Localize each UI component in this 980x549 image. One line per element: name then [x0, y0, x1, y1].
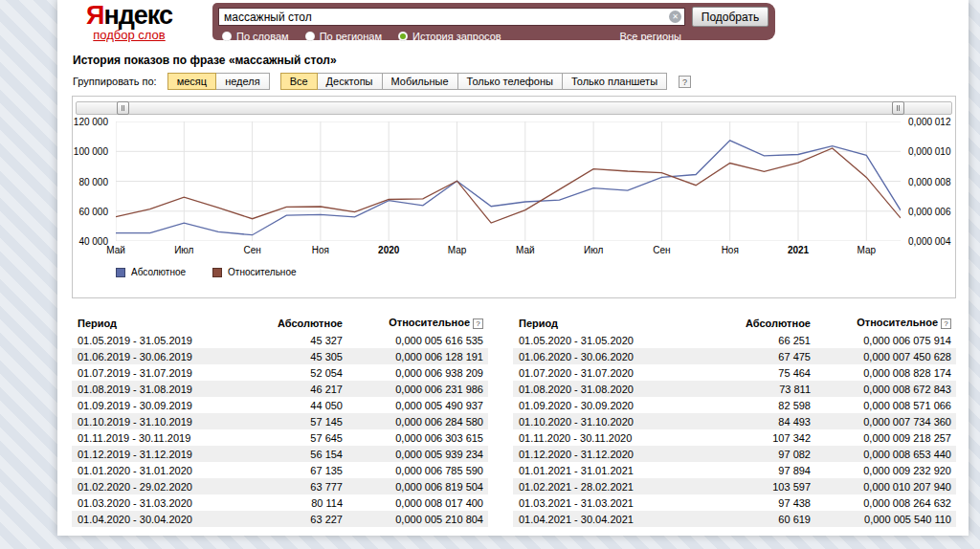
absolute-cell: 75 464 — [701, 367, 811, 379]
x-axis-tick: Сен — [243, 245, 260, 255]
period-cell: 01.10.2020 - 31.10.2020 — [513, 416, 701, 428]
x-axis-tick: 2021 — [788, 245, 809, 255]
wordstat-link[interactable]: подбор слов — [86, 28, 172, 42]
period-tab-1[interactable]: неделя — [215, 73, 270, 90]
absolute-cell: 45 305 — [233, 351, 343, 362]
mode-radio-2[interactable]: История запросов — [398, 31, 501, 42]
period-cell: 01.08.2019 - 31.08.2019 — [72, 384, 233, 395]
x-axis-tick: Ноя — [312, 245, 329, 255]
table-row: 01.08.2019 - 31.08.201946 2170,000 006 2… — [72, 381, 488, 397]
clear-icon[interactable]: ✕ — [669, 11, 681, 23]
x-axis-tick: Май — [106, 245, 125, 255]
period-cell: 01.04.2020 - 30.04.2020 — [72, 514, 233, 525]
table-row: 01.04.2020 - 30.04.202063 2270,000 005 2… — [72, 511, 488, 527]
slider-handle-right[interactable] — [892, 101, 904, 115]
table-row: 01.05.2019 - 31.05.201945 3270,000 005 6… — [72, 332, 488, 348]
x-axis-tick: Июл — [584, 245, 603, 255]
period-cell: 01.07.2019 - 31.07.2019 — [72, 367, 233, 379]
search-modes: По словамПо регионамИстория запросов — [222, 31, 501, 42]
x-axis-tick: 2020 — [378, 245, 399, 255]
mode-radio-1[interactable]: По регионам — [305, 31, 382, 42]
table-row: 01.09.2019 - 30.09.201944 0500,000 005 4… — [72, 397, 488, 413]
x-axis-tick: Ноя — [722, 245, 739, 255]
group-by-label: Группировать по: — [73, 76, 157, 87]
device-tab-0[interactable]: Все — [280, 73, 318, 90]
y-axis-tick-right: 0,000 008 — [908, 176, 951, 187]
content-panel: Яндекс подбор слов ✕ Подобрать По словам… — [57, 0, 969, 536]
all-regions-link[interactable]: Все регионы — [619, 31, 681, 42]
table-row: 01.01.2020 - 31.01.202067 1350,000 006 7… — [72, 462, 488, 478]
absolute-cell: 45 327 — [233, 335, 343, 346]
period-cell: 01.09.2019 - 30.09.2019 — [72, 400, 233, 411]
table-row: 01.09.2020 - 30.09.202082 5980,000 008 5… — [513, 397, 956, 413]
slider-handle-left[interactable] — [117, 101, 129, 115]
column-help-icon[interactable]: ? — [941, 318, 951, 329]
mode-radio-0[interactable]: По словам — [222, 31, 289, 42]
submit-button[interactable]: Подобрать — [692, 7, 768, 27]
period-cell: 01.11.2019 - 30.11.2019 — [72, 432, 233, 444]
table-row: 01.10.2020 - 31.10.202084 4930,000 007 7… — [513, 413, 956, 429]
absolute-cell: 52 054 — [233, 367, 343, 379]
period-cell: 01.01.2021 - 31.01.2021 — [513, 465, 701, 476]
radio-icon — [398, 32, 408, 41]
chart-svg — [116, 121, 901, 241]
relative-cell: 0,000 006 938 209 — [343, 367, 488, 379]
device-tab-4[interactable]: Только планшеты — [562, 73, 667, 90]
device-tab-3[interactable]: Только телефоны — [457, 73, 563, 90]
legend-swatch-relative — [212, 268, 222, 277]
help-icon[interactable]: ? — [679, 76, 691, 88]
absolute-cell: 56 154 — [233, 449, 343, 460]
logo-rest: ндекс — [103, 1, 172, 30]
stats-table-2020-2021: Период Абсолютное Относительное? 01.05.2… — [513, 314, 956, 527]
column-relative-label: Относительное — [389, 317, 470, 328]
search-input[interactable] — [218, 8, 685, 26]
period-tab-0[interactable]: месяц — [167, 73, 216, 90]
absolute-cell: 46 217 — [233, 384, 343, 395]
table-row: 01.04.2021 - 30.04.202160 6190,000 005 5… — [513, 511, 956, 527]
relative-cell: 0,000 008 264 632 — [811, 497, 956, 509]
table-row: 01.12.2019 - 31.12.201956 1540,000 005 9… — [72, 446, 488, 462]
table-row: 01.10.2019 - 31.10.201957 1450,000 006 2… — [72, 413, 488, 429]
legend-item-relative[interactable]: Относительное — [212, 267, 296, 277]
relative-cell: 0,000 005 939 234 — [343, 449, 488, 460]
table-row: 01.01.2021 - 31.01.202197 8940,000 009 2… — [513, 462, 956, 478]
device-tab-1[interactable]: Десктопы — [317, 73, 383, 90]
table-body: 01.05.2019 - 31.05.201945 3270,000 005 6… — [72, 332, 488, 527]
column-period: Период — [513, 318, 701, 329]
yandex-logo[interactable]: Яндекс — [86, 2, 172, 29]
table-row: 01.02.2021 - 28.02.2021103 5970,000 010 … — [513, 478, 956, 494]
mode-label: История запросов — [412, 31, 501, 42]
absolute-cell: 57 645 — [233, 432, 343, 444]
absolute-cell: 44 050 — [233, 400, 343, 411]
column-help-icon[interactable]: ? — [473, 318, 483, 329]
table-header: Период Абсолютное Относительное? — [513, 314, 956, 332]
logo-letter-ya: Я — [86, 1, 103, 30]
table-row: 01.07.2020 - 31.07.202075 4640,000 008 8… — [513, 364, 956, 381]
history-chart: 120 000100 00080 00060 00040 000 0,000 0… — [72, 96, 956, 298]
chart-legend: Абсолютное Относительное — [116, 267, 297, 277]
absolute-cell: 63 777 — [233, 481, 343, 493]
stats-table-2019-2020: Период Абсолютное Относительное? 01.05.2… — [72, 314, 488, 527]
table-row: 01.05.2020 - 31.05.202066 2510,000 006 0… — [513, 332, 956, 348]
absolute-cell: 84 493 — [701, 416, 811, 428]
device-tabs: ВсеДесктопыМобильныеТолько телефоныТольк… — [281, 73, 667, 90]
x-axis-tick: Сен — [653, 245, 670, 255]
period-cell: 01.06.2019 - 30.06.2019 — [72, 351, 233, 362]
device-tab-2[interactable]: Мобильные — [382, 73, 458, 90]
column-relative-label: Относительное — [857, 317, 938, 328]
controls-row: Группировать по: месяцнеделя ВсеДесктопы… — [73, 73, 691, 90]
period-cell: 01.06.2020 - 30.06.2020 — [513, 351, 701, 362]
period-cell: 01.02.2020 - 29.02.2020 — [72, 481, 233, 493]
relative-cell: 0,000 006 303 615 — [343, 432, 488, 444]
relative-cell: 0,000 006 231 986 — [343, 384, 488, 395]
absolute-cell: 67 135 — [233, 465, 343, 476]
relative-cell: 0,000 007 734 360 — [811, 416, 956, 428]
radio-icon — [222, 32, 232, 41]
column-absolute: Абсолютное — [701, 318, 811, 329]
x-axis-tick: Июл — [174, 245, 193, 255]
radio-icon — [305, 32, 315, 41]
legend-item-absolute[interactable]: Абсолютное — [116, 267, 186, 277]
y-axis-tick-left: 100 000 — [74, 146, 108, 157]
range-slider[interactable] — [76, 101, 952, 115]
mode-label: По словам — [236, 31, 289, 42]
